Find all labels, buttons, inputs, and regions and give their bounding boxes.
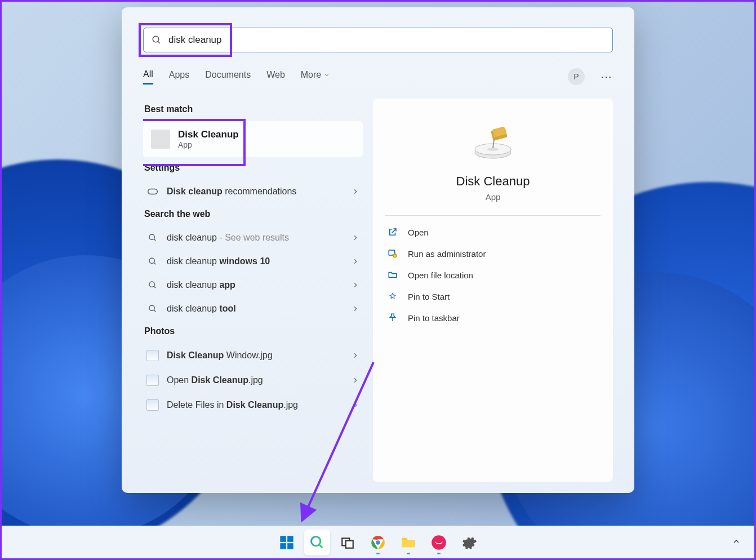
disk-cleanup-icon (151, 130, 170, 149)
action-label: Run as administrator (408, 249, 486, 259)
taskbar-search-button[interactable] (304, 530, 330, 555)
pin-icon (388, 313, 399, 323)
filter-tabs: All Apps Documents Web More P ⋯ (143, 68, 613, 85)
svg-rect-24 (287, 543, 293, 549)
tab-all[interactable]: All (143, 69, 153, 85)
settings-link-icon (146, 188, 159, 195)
action-open-file-location[interactable]: Open file location (385, 264, 601, 286)
svg-point-0 (153, 36, 159, 42)
more-options-button[interactable]: ⋯ (601, 70, 613, 83)
action-label: Open file location (408, 270, 473, 280)
result-label: Disk cleanup recommendations (167, 186, 344, 197)
action-label: Pin to taskbar (408, 313, 460, 323)
photo-result-0[interactable]: Disk Cleanup Window.jpg (143, 343, 363, 368)
svg-point-3 (149, 234, 154, 239)
svg-point-7 (149, 282, 154, 287)
folder-icon (388, 270, 399, 280)
svg-point-32 (432, 535, 446, 550)
action-pin-to-taskbar[interactable]: Pin to taskbar (385, 307, 601, 328)
tab-documents[interactable]: Documents (205, 70, 251, 83)
detail-subtitle: App (385, 192, 601, 202)
svg-rect-23 (280, 543, 286, 549)
tab-web[interactable]: Web (266, 70, 285, 83)
result-label: disk cleanup - See web results (167, 233, 344, 243)
admin-icon (388, 248, 399, 259)
web-result-3[interactable]: disk cleanup tool (143, 297, 363, 321)
photo-thumb-icon (146, 399, 159, 411)
chevron-right-icon (352, 257, 359, 265)
tab-apps[interactable]: Apps (169, 70, 189, 83)
section-settings: Settings (144, 163, 363, 173)
web-result-1[interactable]: disk cleanup windows 10 (143, 250, 363, 273)
best-match-disk-cleanup[interactable]: Disk Cleanup App (143, 121, 363, 157)
taskbar-app-other[interactable] (426, 530, 452, 555)
detail-app-icon (470, 123, 515, 165)
taskbar-overflow-chevron[interactable] (732, 537, 741, 548)
chevron-down-icon (323, 72, 330, 78)
svg-line-8 (154, 286, 155, 288)
web-result-0[interactable]: disk cleanup - See web results (143, 226, 363, 250)
photo-thumb-icon (146, 350, 159, 361)
result-label: disk cleanup windows 10 (167, 256, 344, 266)
search-icon (146, 233, 159, 242)
svg-line-4 (154, 239, 155, 241)
taskbar-file-explorer[interactable] (395, 530, 421, 555)
best-match-title: Disk Cleanup (178, 129, 239, 140)
search-icon (146, 304, 159, 313)
pin-icon (388, 291, 399, 301)
search-box[interactable] (143, 28, 613, 52)
tab-more[interactable]: More (301, 70, 330, 83)
result-label: Disk Cleanup Window.jpg (167, 350, 344, 361)
svg-point-25 (312, 536, 321, 545)
svg-line-10 (154, 310, 155, 312)
svg-rect-2 (148, 189, 158, 194)
start-search-panel: All Apps Documents Web More P ⋯ Best mat… (122, 7, 634, 493)
user-avatar[interactable]: P (568, 68, 585, 85)
photo-thumb-icon (146, 375, 159, 386)
svg-rect-21 (280, 536, 286, 542)
section-photos: Photos (144, 326, 363, 336)
action-open[interactable]: Open (385, 221, 601, 243)
result-label: disk cleanup app (167, 280, 344, 290)
action-label: Open (408, 228, 429, 237)
photo-result-1[interactable]: Open Disk Cleanup.jpg (143, 368, 363, 393)
svg-line-26 (319, 544, 323, 548)
chevron-right-icon (352, 401, 359, 409)
results-column: Best match Disk Cleanup App Settings Dis… (143, 99, 363, 482)
svg-point-31 (375, 540, 380, 545)
svg-rect-28 (346, 540, 353, 548)
search-icon (152, 35, 162, 45)
action-pin-to-start[interactable]: Pin to Start (385, 286, 601, 307)
result-label: disk cleanup tool (167, 304, 344, 314)
detail-pane: Disk Cleanup App Open Run as administrat… (373, 99, 613, 482)
result-label: Delete Files in Disk Cleanup.jpg (167, 400, 344, 410)
detail-title: Disk Cleanup (385, 174, 601, 189)
chevron-right-icon (352, 376, 359, 384)
settings-result-disk-cleanup-recommendations[interactable]: Disk cleanup recommendations (143, 180, 363, 203)
search-icon (146, 257, 159, 266)
chevron-right-icon (352, 352, 359, 359)
web-result-2[interactable]: disk cleanup app (143, 273, 363, 297)
taskbar-task-view[interactable] (335, 530, 361, 555)
divider (385, 215, 601, 216)
open-icon (388, 227, 399, 237)
section-search-web: Search the web (144, 209, 363, 219)
svg-line-6 (154, 263, 155, 264)
taskbar (2, 526, 754, 558)
photo-result-2[interactable]: Delete Files in Disk Cleanup.jpg (143, 393, 363, 417)
svg-rect-22 (287, 536, 293, 542)
action-label: Pin to Start (408, 292, 450, 301)
taskbar-chrome[interactable] (365, 530, 391, 555)
chevron-right-icon (352, 234, 359, 242)
chevron-right-icon (352, 305, 359, 313)
action-run-as-admin[interactable]: Run as administrator (385, 243, 601, 264)
search-input[interactable] (168, 34, 604, 46)
svg-line-1 (158, 41, 160, 43)
taskbar-settings[interactable] (456, 530, 482, 555)
taskbar-start-button[interactable] (274, 530, 300, 555)
result-label: Open Disk Cleanup.jpg (167, 375, 344, 385)
svg-point-18 (393, 254, 397, 257)
best-match-subtitle: App (178, 140, 239, 149)
search-icon (146, 281, 159, 290)
section-best-match: Best match (144, 104, 363, 114)
